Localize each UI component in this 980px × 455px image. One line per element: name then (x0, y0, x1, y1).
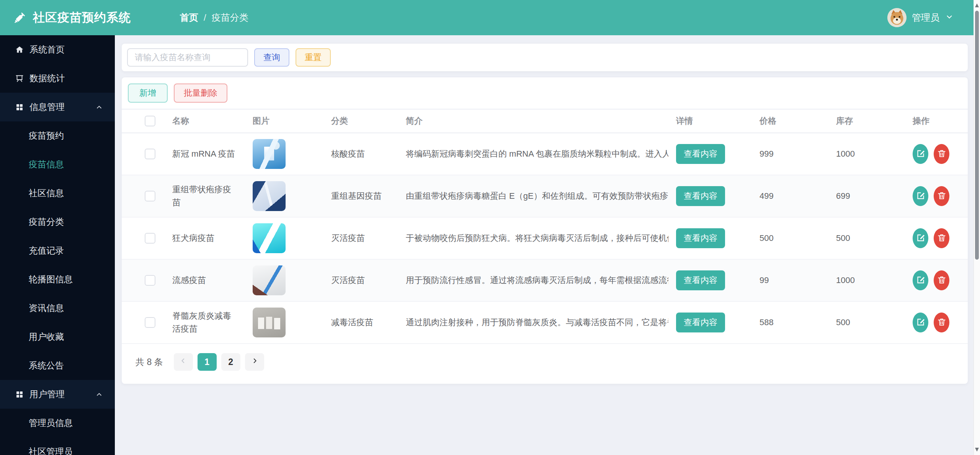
vaccine-image (253, 308, 286, 337)
vaccine-name: 狂犬病疫苗 (165, 232, 245, 245)
edit-button[interactable] (913, 186, 928, 206)
vaccine-image (253, 181, 286, 211)
search-panel: 查询 重置 (122, 44, 968, 71)
delete-button[interactable] (934, 144, 949, 164)
sidebar-item-system-announcement[interactable]: 系统公告 (0, 351, 115, 380)
table-row: 流感疫苗 灭活疫苗 用于预防流行性感冒。通过将流感病毒灭活后制成，每年需根据流感… (122, 260, 968, 302)
view-content-button[interactable]: 查看内容 (676, 186, 725, 206)
edit-button[interactable] (913, 144, 928, 164)
pagination: 共 8 条 1 2 (122, 344, 968, 380)
delete-icon (937, 191, 947, 202)
page-button-2[interactable]: 2 (221, 353, 240, 371)
home-icon (15, 45, 24, 54)
column-header-image: 图片 (245, 115, 323, 127)
chevron-up-icon (95, 103, 103, 111)
select-all-checkbox[interactable] (145, 116, 155, 126)
edit-icon (916, 191, 926, 202)
row-checkbox[interactable] (145, 317, 155, 328)
vaccine-category: 核酸疫苗 (323, 148, 398, 160)
edit-icon (916, 149, 926, 160)
table-row: 重组带状疱疹疫苗 重组基因疫苗 由重组带状疱疹病毒糖蛋白 E（gE）和佐剂组成。… (122, 175, 968, 218)
sidebar-item-system-home[interactable]: 系统首页 (0, 35, 115, 64)
row-checkbox[interactable] (145, 275, 155, 286)
add-button[interactable]: 新增 (128, 83, 168, 103)
sidebar-item-label: 轮播图信息 (29, 273, 73, 285)
view-content-button[interactable]: 查看内容 (676, 228, 725, 248)
sidebar-item-news-info[interactable]: 资讯信息 (0, 294, 115, 322)
sidebar-group-label: 信息管理 (29, 101, 65, 113)
vaccine-intro: 于被动物咬伤后预防狂犬病。将狂犬病病毒灭活后制成，接种后可使机体… (398, 232, 668, 244)
sidebar-item-vaccine-category[interactable]: 疫苗分类 (0, 208, 115, 236)
reset-button[interactable]: 重置 (296, 48, 331, 67)
scrollbar-thumb[interactable] (975, 11, 979, 260)
sidebar-item-label: 管理员信息 (29, 417, 73, 429)
sidebar-item-recharge-records[interactable]: 充值记录 (0, 236, 115, 265)
breadcrumb: 首页 / 疫苗分类 (180, 11, 248, 24)
sidebar-item-vaccine-appointment[interactable]: 疫苗预约 (0, 121, 115, 150)
table-panel: 新增 批量删除 名称 图片 分类 简介 详情 价格 库存 操作 新冠 mRNA … (122, 77, 968, 384)
sidebar-item-label: 充值记录 (29, 245, 64, 257)
sidebar-item-admin-info[interactable]: 管理员信息 (0, 409, 115, 437)
user-name: 管理员 (912, 11, 939, 24)
sidebar-item-label: 社区管理员 (29, 446, 73, 455)
query-button[interactable]: 查询 (254, 48, 289, 67)
pagination-total: 共 8 条 (136, 356, 163, 368)
column-header-actions: 操作 (905, 115, 959, 127)
chevron-right-icon (250, 357, 259, 367)
vaccine-category: 减毒活疫苗 (323, 317, 398, 328)
grid-icon (15, 390, 24, 399)
sidebar-group-info-mgmt[interactable]: 信息管理 (0, 93, 115, 121)
sidebar-nav: 系统首页 数据统计 信息管理 疫苗预约 疫苗信息 社区信息 疫苗分类 充值记录 … (0, 35, 115, 455)
sidebar-item-carousel-info[interactable]: 轮播图信息 (0, 265, 115, 294)
edit-button[interactable] (913, 228, 928, 248)
breadcrumb-current: 疫苗分类 (212, 11, 248, 24)
batch-delete-button[interactable]: 批量删除 (174, 83, 227, 103)
next-page-button[interactable] (245, 353, 264, 371)
edit-icon (916, 317, 926, 328)
scroll-down-icon[interactable] (975, 448, 979, 452)
edit-icon (916, 275, 926, 286)
page-button-1[interactable]: 1 (198, 353, 217, 371)
vaccine-intro: 用于预防流行性感冒。通过将流感病毒灭活后制成，每年需根据流感流行… (398, 275, 668, 286)
delete-button[interactable] (934, 270, 949, 290)
view-content-button[interactable]: 查看内容 (676, 313, 725, 332)
edit-button[interactable] (913, 313, 928, 332)
delete-button[interactable] (934, 186, 949, 206)
vaccine-name: 重组带状疱疹疫苗 (165, 183, 245, 209)
vaccine-name: 脊髓灰质炎减毒活疫苗 (165, 309, 245, 336)
user-dropdown[interactable]: 管理员 (887, 8, 954, 27)
column-header-price: 价格 (752, 115, 828, 127)
sidebar-item-label: 系统首页 (29, 44, 65, 56)
vaccine-category: 重组基因疫苗 (323, 190, 398, 202)
row-checkbox[interactable] (145, 191, 155, 201)
edit-button[interactable] (913, 270, 928, 290)
sidebar-item-community-info[interactable]: 社区信息 (0, 179, 115, 208)
edit-icon (916, 233, 926, 244)
sidebar-item-community-admin[interactable]: 社区管理员 (0, 437, 115, 455)
vaccine-image (253, 223, 286, 253)
page-scrollbar[interactable] (973, 0, 980, 455)
prev-page-button[interactable] (174, 353, 193, 371)
delete-button[interactable] (934, 313, 949, 332)
chevron-up-icon (95, 390, 103, 399)
app-title: 社区疫苗预约系统 (33, 10, 131, 26)
view-content-button[interactable]: 查看内容 (676, 270, 725, 290)
scroll-up-icon[interactable] (975, 3, 979, 7)
delete-icon (937, 149, 947, 160)
sidebar-item-data-stats[interactable]: 数据统计 (0, 64, 115, 93)
row-checkbox[interactable] (145, 233, 155, 244)
table-row: 脊髓灰质炎减毒活疫苗 减毒活疫苗 通过肌肉注射接种，用于预防脊髓灰质炎。与减毒活… (122, 302, 968, 344)
delete-button[interactable] (934, 228, 949, 248)
sidebar-group-user-mgmt[interactable]: 用户管理 (0, 380, 115, 409)
sidebar-item-label: 用户收藏 (29, 331, 64, 343)
row-checkbox[interactable] (145, 149, 155, 159)
breadcrumb-home[interactable]: 首页 (180, 11, 198, 24)
table-row: 狂犬病疫苗 灭活疫苗 于被动物咬伤后预防狂犬病。将狂犬病病毒灭活后制成，接种后可… (122, 218, 968, 260)
sidebar-item-vaccine-info[interactable]: 疫苗信息 (0, 150, 115, 179)
sidebar-item-user-favorites[interactable]: 用户收藏 (0, 322, 115, 351)
breadcrumb-separator: / (204, 12, 206, 23)
view-content-button[interactable]: 查看内容 (676, 144, 725, 164)
column-header-name: 名称 (165, 115, 245, 127)
vaccine-stock: 1000 (828, 275, 905, 285)
search-input[interactable] (127, 48, 248, 67)
